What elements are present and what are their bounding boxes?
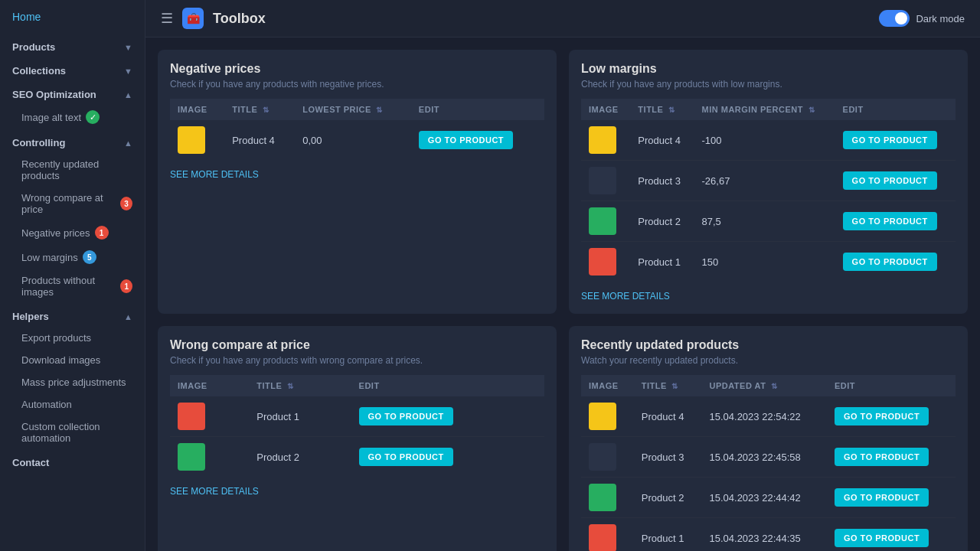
main-content: ☰ 🧰 Toolbox Dark mode Negative prices Ch… <box>145 0 980 551</box>
sidebar-item-low-margins[interactable]: Low margins 5 <box>0 245 145 269</box>
go-to-product-button[interactable]: GO TO PRODUCT <box>835 407 929 425</box>
badge-wrong-compare: 3 <box>120 197 132 210</box>
sidebar-item-mass-price[interactable]: Mass price adjustments <box>0 371 145 393</box>
product-image <box>178 403 205 430</box>
table-row: Product 4 0,00 GO TO PRODUCT <box>170 120 544 160</box>
wrong-compare-card: Wrong compare at price Check if you have… <box>158 326 557 551</box>
sort-icon[interactable]: ⇅ <box>808 106 815 114</box>
badge-negative-prices: 1 <box>95 226 109 240</box>
table-row: Product 2 87,5 GO TO PRODUCT <box>581 201 956 242</box>
negative-prices-card: Negative prices Check if you have any pr… <box>158 50 557 314</box>
col-edit: EDIT <box>827 375 956 396</box>
go-to-product-button[interactable]: GO TO PRODUCT <box>843 171 937 190</box>
chevron-icon: ▲ <box>124 139 132 148</box>
product-image <box>589 126 616 154</box>
table-row: Product 3 -26,67 GO TO PRODUCT <box>581 161 956 201</box>
sidebar-item-image-alt-text[interactable]: Image alt text ✓ <box>0 105 145 129</box>
col-edit: EDIT <box>835 99 956 120</box>
negative-prices-table: IMAGE TITLE ⇅ LOWEST PRICE ⇅ EDIT Produc… <box>170 99 544 160</box>
badge-low-margins: 5 <box>83 250 96 264</box>
content-grid: Negative prices Check if you have any pr… <box>145 37 980 551</box>
sidebar-item-negative-prices[interactable]: Negative prices 1 <box>0 220 145 245</box>
go-to-product-button[interactable]: GO TO PRODUCT <box>359 407 453 425</box>
product-image <box>589 167 616 194</box>
menu-icon[interactable]: ☰ <box>161 10 173 27</box>
product-image <box>589 443 616 471</box>
sidebar-item-wrong-compare[interactable]: Wrong compare at price 3 <box>0 187 145 220</box>
table-row: Product 1 15.04.2023 22:44:35 GO TO PROD… <box>581 518 956 552</box>
sidebar-item-export-products[interactable]: Export products <box>0 327 145 349</box>
sidebar-item-products-without-images[interactable]: Products without images 1 <box>0 269 145 303</box>
go-to-product-button[interactable]: GO TO PRODUCT <box>843 253 937 271</box>
wrong-compare-table: IMAGE TITLE ⇅ EDIT Product 1 GO TO PRODU… <box>170 375 544 477</box>
sidebar-item-recently-updated[interactable]: Recently updated products <box>0 153 145 187</box>
col-title: TITLE ⇅ <box>630 99 694 120</box>
see-more-negative-prices[interactable]: SEE MORE DETAILS <box>170 169 259 180</box>
logo-icon: 🧰 <box>182 8 204 29</box>
col-updated-at: UPDATED AT ⇅ <box>702 375 827 396</box>
sort-icon[interactable]: ⇅ <box>287 382 294 390</box>
recently-updated-subtitle: Watch your recently updated products. <box>581 355 956 366</box>
col-image: IMAGE <box>581 375 634 396</box>
sort-icon[interactable]: ⇅ <box>376 106 383 114</box>
col-title: TITLE ⇅ <box>634 375 702 396</box>
sidebar-item-custom-collection[interactable]: Custom collection automation <box>0 416 145 449</box>
negative-prices-subtitle: Check if you have any products with nega… <box>170 79 544 90</box>
dark-mode-label: Dark mode <box>916 13 965 24</box>
product-image <box>589 207 616 235</box>
sidebar-section-helpers[interactable]: Helpers ▲ <box>0 303 145 327</box>
table-row: Product 2 15.04.2023 22:44:42 GO TO PROD… <box>581 478 956 518</box>
low-margins-card: Low margins Check if you have any produc… <box>569 50 968 314</box>
see-more-wrong-compare[interactable]: SEE MORE DETAILS <box>170 486 259 497</box>
low-margins-table: IMAGE TITLE ⇅ MIN MARGIN PERCENT ⇅ EDIT … <box>581 99 956 282</box>
recently-updated-title: Recently updated products <box>581 338 956 352</box>
col-lowest-price: LOWEST PRICE ⇅ <box>295 99 411 120</box>
sidebar-section-contact[interactable]: Contact <box>0 449 145 473</box>
sort-icon[interactable]: ⇅ <box>263 106 270 114</box>
go-to-product-button[interactable]: GO TO PRODUCT <box>843 212 937 230</box>
sidebar-section-products[interactable]: Products ▼ <box>0 34 145 57</box>
see-more-low-margins[interactable]: SEE MORE DETAILS <box>581 291 670 302</box>
go-to-product-button[interactable]: GO TO PRODUCT <box>843 131 937 149</box>
sort-icon[interactable]: ⇅ <box>671 382 678 390</box>
sidebar-section-seo[interactable]: SEO Optimization ▲ <box>0 81 145 105</box>
chevron-icon: ▼ <box>124 43 132 52</box>
col-min-margin: MIN MARGIN PERCENT ⇅ <box>694 99 835 120</box>
wrong-compare-subtitle: Check if you have any products with wron… <box>170 355 544 366</box>
product-image <box>178 443 205 471</box>
table-row: Product 1 GO TO PRODUCT <box>170 396 544 437</box>
product-image <box>589 403 616 430</box>
product-image <box>589 248 616 276</box>
sidebar-item-automation[interactable]: Automation <box>0 393 145 416</box>
recently-updated-table: IMAGE TITLE ⇅ UPDATED AT ⇅ EDIT Product … <box>581 375 956 551</box>
app-title: Toolbox <box>213 11 870 27</box>
col-edit: EDIT <box>411 99 544 120</box>
go-to-product-button[interactable]: GO TO PRODUCT <box>835 488 929 507</box>
header: ☰ 🧰 Toolbox Dark mode <box>145 0 980 37</box>
col-image: IMAGE <box>170 99 224 120</box>
go-to-product-button[interactable]: GO TO PRODUCT <box>419 131 513 149</box>
sidebar-section-collections[interactable]: Collections ▼ <box>0 57 145 81</box>
table-row: Product 3 15.04.2023 22:45:58 GO TO PROD… <box>581 437 956 478</box>
go-to-product-button[interactable]: GO TO PRODUCT <box>835 448 929 466</box>
sort-icon[interactable]: ⇅ <box>771 382 778 390</box>
sidebar-item-download-images[interactable]: Download images <box>0 349 145 371</box>
sort-icon[interactable]: ⇅ <box>668 106 675 114</box>
chevron-icon: ▼ <box>124 67 132 76</box>
table-row: Product 4 15.04.2023 22:54:22 GO TO PROD… <box>581 396 956 437</box>
product-image <box>589 524 616 551</box>
dark-mode-toggle[interactable] <box>879 10 910 27</box>
badge-products-without-images: 1 <box>120 279 132 293</box>
low-margins-subtitle: Check if you have any products with low … <box>581 79 956 90</box>
sidebar-item-home[interactable]: Home <box>0 0 145 34</box>
sidebar-section-controlling[interactable]: Controlling ▲ <box>0 129 145 153</box>
dark-mode-toggle-container: Dark mode <box>879 10 965 27</box>
table-row: Product 4 -100 GO TO PRODUCT <box>581 120 956 161</box>
go-to-product-button[interactable]: GO TO PRODUCT <box>359 448 453 466</box>
wrong-compare-title: Wrong compare at price <box>170 338 544 352</box>
table-row: Product 1 150 GO TO PRODUCT <box>581 242 956 282</box>
check-icon: ✓ <box>86 110 100 124</box>
go-to-product-button[interactable]: GO TO PRODUCT <box>835 529 929 547</box>
table-row: Product 2 GO TO PRODUCT <box>170 437 544 478</box>
sidebar: Home Products ▼ Collections ▼ SEO Optimi… <box>0 0 145 551</box>
